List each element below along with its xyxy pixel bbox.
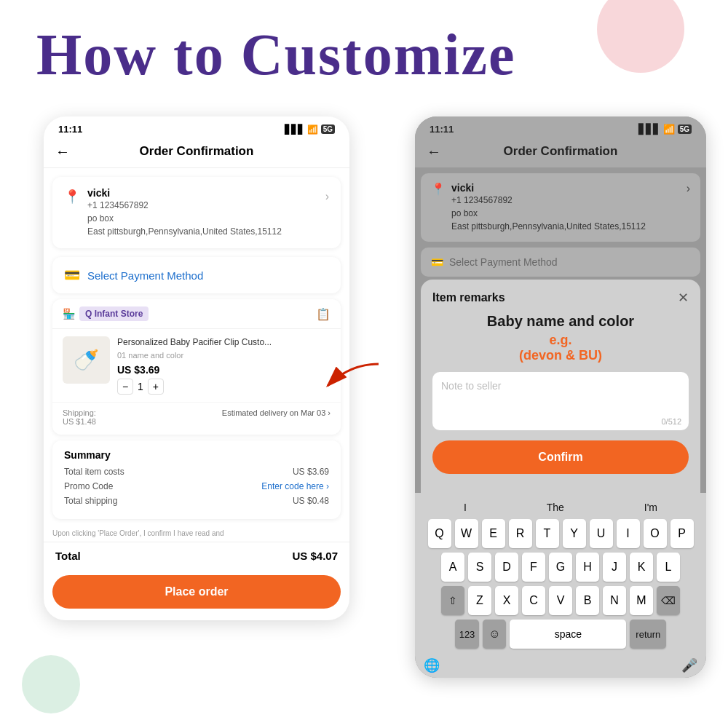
network-icon-right: 5G	[678, 124, 692, 134]
keyboard-suggestions: I The I'm	[418, 499, 703, 519]
payment-icon-left: 💳	[64, 267, 80, 283]
key-q[interactable]: Q	[428, 519, 451, 548]
key-o[interactable]: O	[644, 519, 667, 548]
globe-key[interactable]: 🌐	[424, 657, 440, 673]
summary-row-items: Total item costs US $3.69	[64, 467, 329, 477]
return-key[interactable]: return	[630, 620, 666, 649]
key-c[interactable]: C	[522, 586, 545, 615]
right-phone: 11:11 ▋▋▋ 📶 5G ← Order Confirmation 📍 vi…	[415, 116, 706, 678]
arrow-annotation	[313, 357, 386, 400]
key-i[interactable]: I	[617, 519, 640, 548]
phone-body-left: 📍 vicki +1 1234567892 po box East pittsb…	[44, 177, 349, 620]
summary-row-shipping: Total shipping US $0.48	[64, 496, 329, 506]
key-l[interactable]: L	[657, 553, 680, 582]
payment-label-right: Select Payment Method	[449, 256, 558, 268]
address-po-right: po box	[451, 207, 681, 220]
delete-key[interactable]: ⌫	[657, 586, 680, 615]
key-n[interactable]: N	[603, 586, 626, 615]
total-amount: US $4.07	[292, 550, 338, 562]
network-icon: 5G	[321, 124, 335, 134]
product-row: 🍼 Personalized Baby Pacifier Clip Custo.…	[52, 329, 341, 402]
address-info-left: vicki +1 1234567892 po box East pittsbur…	[87, 187, 318, 238]
close-button[interactable]: ✕	[678, 290, 689, 306]
space-key[interactable]: space	[510, 620, 626, 649]
address-card-right[interactable]: 📍 vicki +1 1234567892 po box East pittsb…	[421, 173, 700, 242]
key-u[interactable]: U	[590, 519, 613, 548]
summary-row-promo[interactable]: Promo Code Enter code here ›	[64, 481, 329, 491]
back-button-left[interactable]: ←	[55, 143, 70, 160]
key-t[interactable]: T	[536, 519, 559, 548]
emoji-key[interactable]: ☺	[483, 620, 506, 649]
key-z[interactable]: Z	[468, 586, 491, 615]
summary-section: Summary Total item costs US $3.69 Promo …	[52, 440, 341, 519]
payment-row-left[interactable]: 💳 Select Payment Method	[52, 257, 341, 293]
store-icon: 🏪	[63, 308, 75, 320]
key-j[interactable]: J	[603, 553, 626, 582]
key-g[interactable]: G	[549, 553, 572, 582]
wifi-icon: 📶	[307, 124, 318, 135]
product-name: Personalized Baby Pacifier Clip Custo...	[117, 336, 331, 349]
qty-increase-button[interactable]: +	[148, 379, 164, 395]
status-bar-right: 11:11 ▋▋▋ 📶 5G	[415, 116, 706, 138]
keyboard-row-4: 123 ☺ space return	[418, 620, 703, 649]
delivery-info: Estimated delivery on Mar 03 ›	[222, 408, 331, 426]
status-bar-left: 11:11 ▋▋▋ 📶 5G	[44, 116, 349, 138]
wifi-icon-right: 📶	[663, 124, 675, 135]
address-phone-left: +1 1234567892	[87, 199, 318, 212]
num-key[interactable]: 123	[455, 620, 480, 649]
page-title: How to Customize	[36, 22, 516, 88]
key-h[interactable]: H	[576, 553, 599, 582]
key-s[interactable]: S	[468, 553, 491, 582]
key-f[interactable]: F	[522, 553, 545, 582]
key-y[interactable]: Y	[563, 519, 586, 548]
mic-key[interactable]: 🎤	[681, 657, 697, 673]
store-name-row: 🏪 Q Infant Store	[63, 306, 149, 321]
status-icons-left: ▋▋▋ 📶 5G	[285, 124, 335, 135]
remarks-input-area[interactable]: Note to seller 0/512	[432, 372, 689, 430]
remarks-title: Item remarks	[432, 291, 505, 304]
key-r[interactable]: R	[509, 519, 532, 548]
product-variant: 01 name and color	[117, 351, 331, 360]
key-w[interactable]: W	[455, 519, 478, 548]
key-x[interactable]: X	[495, 586, 518, 615]
suggestion-the[interactable]: The	[547, 502, 564, 513]
summary-title: Summary	[64, 449, 329, 461]
qty-value: 1	[138, 381, 143, 392]
chevron-right-icon-left: ›	[325, 190, 329, 203]
suggestion-i[interactable]: I	[464, 502, 467, 513]
chevron-right-icon-right: ›	[687, 182, 690, 195]
key-v[interactable]: V	[549, 586, 572, 615]
key-e[interactable]: E	[482, 519, 505, 548]
store-section-left: 🏪 Q Infant Store 📋 🍼 Personalized Baby P…	[52, 299, 341, 435]
key-d[interactable]: D	[495, 553, 518, 582]
place-order-button[interactable]: Place order	[52, 575, 341, 609]
key-p[interactable]: P	[670, 519, 694, 548]
remarks-instruction: Baby name and color	[432, 313, 689, 330]
back-button-right[interactable]: ←	[427, 143, 441, 160]
qty-control: − 1 +	[117, 379, 331, 395]
keyboard-row-1: Q W E R T Y U I O P	[418, 519, 703, 548]
status-time-right: 11:11	[430, 124, 454, 135]
suggestion-im[interactable]: I'm	[644, 502, 657, 513]
left-phone: 11:11 ▋▋▋ 📶 5G ← Order Confirmation 📍 vi…	[44, 116, 349, 620]
address-location-right: East pittsburgh,Pennsylvania,United Stat…	[451, 220, 681, 233]
address-name-left: vicki	[87, 187, 318, 199]
payment-label-left: Select Payment Method	[87, 269, 203, 282]
confirm-button[interactable]: Confirm	[432, 440, 689, 474]
shift-key[interactable]: ⇧	[441, 586, 464, 615]
payment-row-right[interactable]: 💳 Select Payment Method	[421, 248, 700, 277]
key-b[interactable]: B	[576, 586, 599, 615]
signal-icon: ▋▋▋	[285, 124, 304, 135]
remarks-header: Item remarks ✕	[432, 290, 689, 306]
address-po-left: po box	[87, 212, 318, 225]
qty-decrease-button[interactable]: −	[117, 379, 133, 395]
note-icon[interactable]: 📋	[316, 307, 331, 321]
key-k[interactable]: K	[630, 553, 653, 582]
key-m[interactable]: M	[630, 586, 653, 615]
address-card-left[interactable]: 📍 vicki +1 1234567892 po box East pittsb…	[52, 177, 341, 248]
key-a[interactable]: A	[441, 553, 464, 582]
keyboard-row-2: A S D F G H J K L	[418, 553, 703, 582]
address-phone-right: +1 1234567892	[451, 194, 681, 207]
promo-link[interactable]: Enter code here ›	[261, 481, 329, 491]
address-location-left: East pittsburgh,Pennsylvania,United Stat…	[87, 225, 318, 238]
